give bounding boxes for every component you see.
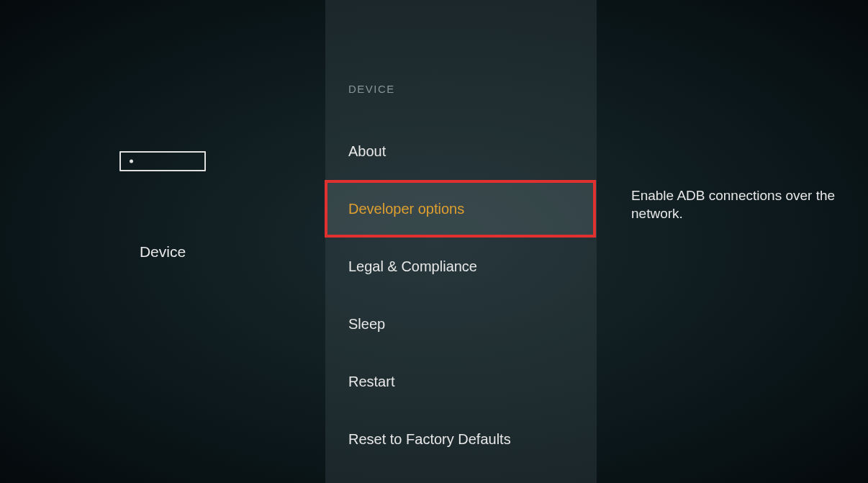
left-pane: Device [0,0,325,483]
menu-item-sleep[interactable]: Sleep [325,295,597,353]
setting-description: Enable ADB connections over the network. [631,187,839,222]
menu-item-restart[interactable]: Restart [325,353,597,410]
menu-item-label: About [348,143,386,160]
menu-item-developer-options[interactable]: Developer options [325,180,597,238]
device-icon [119,151,206,171]
menu-item-label: Reset to Factory Defaults [348,431,511,448]
menu-item-legal-compliance[interactable]: Legal & Compliance [325,238,597,295]
device-icon-dot [130,159,133,163]
settings-menu-pane: DEVICE About Developer options Legal & C… [325,0,597,483]
menu-section-header: DEVICE [325,83,597,95]
menu-item-label: Legal & Compliance [348,258,477,275]
menu-item-reset-factory[interactable]: Reset to Factory Defaults [325,410,597,468]
menu-item-label: Restart [348,374,394,390]
menu-item-about[interactable]: About [325,122,597,180]
menu-item-label: Sleep [348,316,385,333]
detail-pane: Enable ADB connections over the network. [597,0,868,483]
device-category-label: Device [140,243,186,261]
menu-item-label: Developer options [348,201,464,217]
